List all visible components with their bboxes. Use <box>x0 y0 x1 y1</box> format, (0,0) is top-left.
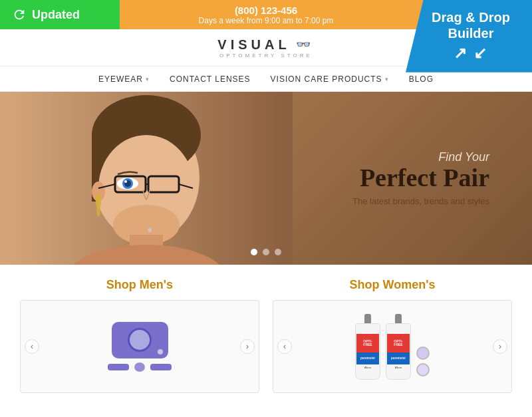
hero-dot-1[interactable] <box>251 249 257 255</box>
svg-point-8 <box>96 206 100 217</box>
mens-prev-arrow[interactable]: ‹ <box>25 339 39 354</box>
hero-dot-2[interactable] <box>263 249 269 255</box>
hero-title: Perfect Pair <box>352 164 489 192</box>
nav-contact-lenses[interactable]: CONTACT LENSES <box>170 74 251 84</box>
nav-eyewear[interactable]: EYEWEAR ▾ <box>98 74 150 84</box>
dnd-arrows: ↗ ↙ <box>420 44 521 63</box>
shop-womens-card: ‹ OPTI- FREE puremoist <box>273 300 512 393</box>
refresh-icon <box>12 7 27 22</box>
shop-mens: Shop Men's ‹ › <box>20 278 259 393</box>
logo[interactable]: VISUAL 👓 OPTOMETRY STORE <box>217 37 314 59</box>
updated-label: Updated <box>32 8 80 22</box>
nav-caret-eyewear: ▾ <box>146 76 150 82</box>
mens-next-arrow[interactable]: › <box>240 339 255 354</box>
shop-mens-card: ‹ › <box>20 300 259 393</box>
updated-badge: Updated <box>0 0 120 29</box>
nav-blog[interactable]: BLOG <box>409 74 434 84</box>
logo-main: VISUAL <box>217 37 290 53</box>
nav-caret-vision: ▾ <box>385 76 389 82</box>
hours-text: Days a week from 9:00 am to 7:00 pm <box>199 16 334 25</box>
dnd-line2: Builder <box>448 26 494 41</box>
dnd-line1: Drag & Drop <box>432 10 510 25</box>
shop-womens-title: Shop Women's <box>273 278 512 292</box>
nav-vision-care[interactable]: VISION CARE PRODUCTS ▾ <box>271 74 389 84</box>
logo-subtitle: OPTOMETRY STORE <box>219 53 313 59</box>
dnd-badge: Drag & Drop Builder ↗ ↙ <box>406 0 532 72</box>
mens-product-area <box>21 301 259 392</box>
phone-number: (800) 123-456 <box>199 5 334 16</box>
shop-mens-highlight: Men's <box>140 278 173 291</box>
hero-content: Find Your Perfect Pair The latest brands… <box>352 150 489 206</box>
shop-womens: Shop Women's ‹ OPTI- FREE <box>273 278 512 393</box>
top-bar-text: (800) 123-456 Days a week from 9:00 am t… <box>199 5 334 25</box>
hero-image <box>0 92 293 265</box>
womens-next-arrow[interactable]: › <box>493 339 507 354</box>
logo-text: VISUAL 👓 <box>217 37 314 53</box>
hero-dots <box>251 249 281 255</box>
hero-dot-3[interactable] <box>275 249 281 255</box>
hero-subtitle: Find Your <box>352 150 489 164</box>
svg-point-21 <box>148 228 152 232</box>
glasses-icon: 👓 <box>296 37 315 52</box>
shop-mens-title: Shop Men's <box>20 278 259 292</box>
hero-description: The latest brands, trends and styles <box>352 196 489 206</box>
shop-section: Shop Men's ‹ › <box>0 265 532 406</box>
svg-point-12 <box>124 180 127 183</box>
shop-womens-highlight: Women's <box>383 278 436 291</box>
womens-prev-arrow[interactable]: ‹ <box>277 339 292 354</box>
womens-product-area: OPTI- FREE puremoist Alcon <box>273 301 511 392</box>
hero-section: Find Your Perfect Pair The latest brands… <box>0 92 532 265</box>
